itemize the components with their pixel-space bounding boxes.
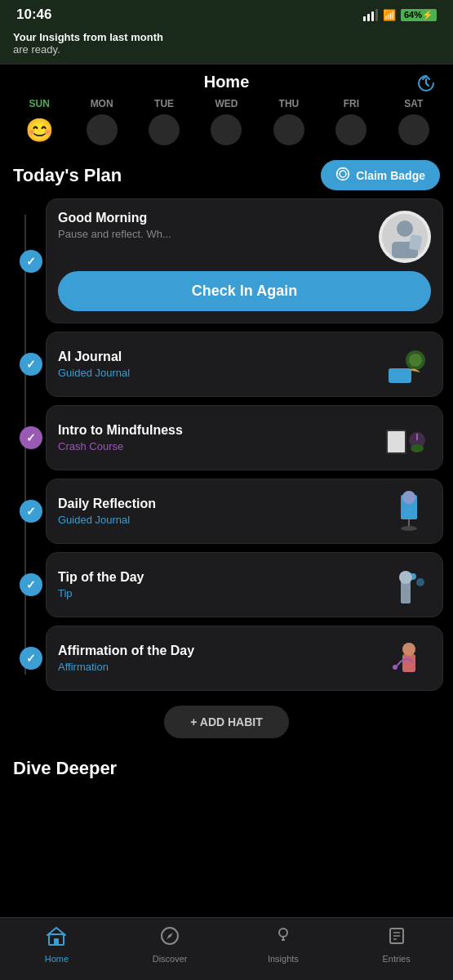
todays-plan-header: Today's Plan Claim Badge: [0, 149, 453, 198]
daily-reflection-image: [382, 491, 431, 532]
ai-journal-title: AI Journal: [58, 350, 130, 364]
check-in-again-button[interactable]: Check In Again: [58, 271, 431, 311]
morning-card[interactable]: Good Morning Pause and reflect. Wh... Ch…: [46, 198, 443, 323]
claim-badge-button[interactable]: Claim Badge: [321, 160, 440, 190]
tip-image: [382, 564, 431, 605]
week-day-circle-mon: [87, 114, 118, 145]
week-day-label-tue: TUE: [154, 98, 174, 109]
timeline-dot-reflection: ✓: [20, 500, 42, 523]
nav-label-entries: Entries: [383, 954, 411, 964]
nav-item-insights[interactable]: Insights: [227, 926, 340, 964]
list-item[interactable]: ✓ Affirmation of the Day Affirmation: [46, 626, 443, 691]
week-day-tue[interactable]: TUE: [133, 98, 195, 145]
week-day-label-mon: MON: [91, 98, 113, 109]
daily-reflection-card[interactable]: Daily Reflection Guided Journal: [46, 479, 443, 544]
week-day-mon[interactable]: MON: [70, 98, 132, 145]
nav-label-insights: Insights: [268, 954, 299, 964]
nav-item-entries[interactable]: Entries: [340, 926, 453, 964]
mindfulness-card-text: Intro to Mindfulness Crash Course: [58, 423, 183, 452]
tip-card[interactable]: Tip of the Day Tip: [46, 552, 443, 617]
bottom-spacer: [0, 782, 453, 856]
list-item[interactable]: ✓ Daily Reflection Guided Journal: [46, 479, 443, 544]
list-item[interactable]: ✓ Intro to Mindfulness Crash Course: [46, 405, 443, 470]
add-habit-button[interactable]: + ADD HABIT: [164, 706, 289, 738]
week-day-fri[interactable]: FRI: [320, 98, 382, 145]
week-day-circle-wed: [211, 114, 242, 145]
affirmation-image: [382, 638, 431, 679]
status-bar: 10:46 📶 64%⚡: [0, 0, 453, 26]
plan-cards-section: ✓ Good Morning Pause and reflect. Wh...: [0, 198, 453, 691]
svg-point-34: [279, 929, 287, 937]
tip-title: Tip of the Day: [58, 570, 144, 585]
svg-rect-24: [401, 581, 411, 604]
ai-journal-subtitle: Guided Journal: [58, 367, 130, 379]
svg-point-23: [416, 578, 424, 586]
week-day-circle-thu: [273, 114, 304, 145]
history-icon[interactable]: [415, 73, 437, 99]
svg-point-1: [340, 171, 346, 177]
affirmation-card-text: Affirmation of the Day Affirmation: [58, 644, 194, 673]
add-habit-container: + ADD HABIT: [0, 691, 453, 750]
nav-item-home[interactable]: Home: [0, 926, 113, 964]
affirmation-title: Affirmation of the Day: [58, 644, 194, 658]
svg-rect-10: [389, 368, 411, 383]
week-day-label-wed: WED: [215, 98, 238, 109]
week-row: SUN 😊 MON TUE WED THU FRI SAT: [0, 95, 453, 149]
list-item[interactable]: ✓ Good Morning Pause and reflect. Wh...: [46, 198, 443, 323]
battery-indicator: 64%⚡: [401, 9, 437, 21]
svg-point-16: [411, 444, 424, 452]
morning-card-image: [379, 211, 431, 263]
ai-journal-card[interactable]: AI Journal Guided Journal: [46, 332, 443, 397]
status-time: 10:46: [16, 7, 51, 23]
svg-point-7: [397, 220, 413, 237]
discover-icon: [160, 926, 180, 951]
nav-item-discover[interactable]: Discover: [113, 926, 227, 964]
list-item[interactable]: ✓ Tip of the Day Tip: [46, 552, 443, 617]
timeline-dot-mindfulness: ✓: [20, 426, 42, 449]
week-day-label-sun: SUN: [29, 98, 50, 109]
timeline-dot-affirmation: ✓: [20, 647, 42, 670]
mindfulness-card[interactable]: Intro to Mindfulness Crash Course: [46, 405, 443, 470]
notification-strip: Your Insights from last month are ready.: [0, 26, 453, 65]
notif-body: are ready.: [13, 43, 440, 56]
ai-journal-card-text: AI Journal Guided Journal: [58, 350, 130, 379]
week-day-thu[interactable]: THU: [258, 98, 320, 145]
week-day-circle-sat: [398, 114, 429, 145]
week-day-sun[interactable]: SUN 😊: [8, 98, 70, 145]
list-item[interactable]: ✓ AI Journal Guided Journal: [46, 332, 443, 397]
dive-deeper-title: Dive Deeper: [13, 758, 117, 778]
timeline-dot-aijournal: ✓: [20, 353, 42, 376]
svg-point-25: [399, 571, 412, 584]
svg-point-0: [337, 168, 349, 180]
todays-plan-title: Today's Plan: [13, 165, 122, 186]
affirmation-card[interactable]: Affirmation of the Day Affirmation: [46, 626, 443, 691]
nav-label-home: Home: [45, 954, 69, 964]
timeline-dot-tip: ✓: [20, 573, 42, 596]
svg-rect-27: [402, 654, 415, 672]
svg-point-19: [402, 491, 415, 504]
page-title: Home: [204, 73, 250, 91]
morning-card-title: Good Morning: [58, 211, 171, 225]
week-day-circle-fri: [335, 114, 366, 145]
week-day-wed[interactable]: WED: [195, 98, 257, 145]
svg-point-21: [401, 526, 417, 531]
entries-icon: [387, 926, 406, 951]
mindfulness-subtitle: Crash Course: [58, 440, 183, 452]
badge-icon: [335, 167, 350, 184]
claim-badge-label: Claim Badge: [356, 169, 425, 182]
daily-reflection-subtitle: Guided Journal: [58, 514, 156, 526]
week-day-label-thu: THU: [279, 98, 300, 109]
week-day-sat[interactable]: SAT: [383, 98, 445, 145]
daily-reflection-text: Daily Reflection Guided Journal: [58, 497, 156, 526]
wifi-icon: 📶: [383, 9, 396, 21]
smiley-icon: 😊: [25, 117, 54, 144]
ai-journal-image: [382, 344, 431, 385]
app-header: Home: [0, 65, 453, 95]
daily-reflection-title: Daily Reflection: [58, 497, 156, 511]
insights-icon: [273, 926, 293, 951]
week-day-label-fri: FRI: [344, 98, 359, 109]
week-day-circle-tue: [149, 114, 180, 145]
morning-card-subtitle: Pause and reflect. Wh...: [58, 228, 171, 240]
svg-point-28: [402, 643, 415, 656]
nav-label-discover: Discover: [153, 954, 188, 964]
